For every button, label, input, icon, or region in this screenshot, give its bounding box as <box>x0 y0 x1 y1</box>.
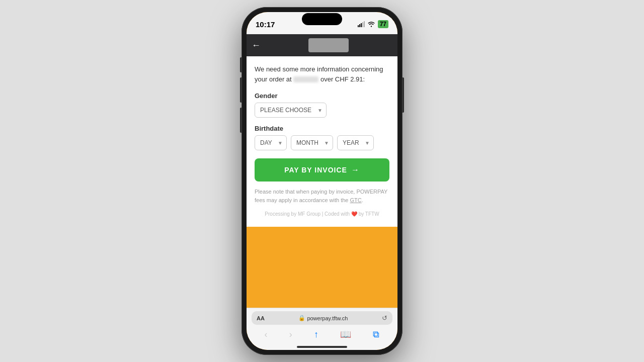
status-time: 10:17 <box>256 20 275 29</box>
power-button <box>403 77 404 113</box>
dynamic-island <box>302 13 342 25</box>
info-text-line1: We need some more information concerning <box>255 65 383 73</box>
footer-text: Processing by MF Group | Coded with ❤️ b… <box>255 211 389 219</box>
url-text-value: powerpay.tftw.ch <box>307 315 348 321</box>
svg-rect-1 <box>359 24 360 27</box>
phone-screen: 10:17 77 ← <box>247 12 397 350</box>
year-select[interactable]: YEAR <box>337 135 374 150</box>
page-content: We need some more information concerning… <box>247 56 397 308</box>
day-select[interactable]: DAY <box>255 135 287 150</box>
forward-nav-button[interactable]: › <box>289 329 292 340</box>
pay-by-invoice-button[interactable]: PAY BY INVOICE → <box>255 158 389 182</box>
share-button[interactable]: ↑ <box>314 329 318 340</box>
mute-button <box>240 57 242 72</box>
month-select[interactable]: MONTH <box>291 135 333 150</box>
lock-icon: 🔒 <box>298 315 305 321</box>
footer-by: by TFTW <box>359 211 379 217</box>
disclaimer-main: Please note that when paying by invoice,… <box>255 189 387 203</box>
orange-space <box>247 227 397 308</box>
month-select-wrapper: MONTH ▼ <box>291 135 333 150</box>
site-logo <box>308 38 349 52</box>
back-nav-button[interactable]: ‹ <box>265 329 268 340</box>
bottom-browser-bar: AA 🔒 powerpay.tftw.ch ↺ ‹ › ↑ 📖 ⧉ <box>247 308 397 343</box>
bottom-nav-icons: ‹ › ↑ 📖 ⧉ <box>252 329 392 340</box>
battery-icon: 77 <box>378 20 388 28</box>
pay-button-arrow: → <box>351 165 360 174</box>
birthdate-dropdowns: DAY ▼ MONTH ▼ YEAR <box>255 135 389 150</box>
volume-down-button <box>240 108 242 133</box>
merchant-name-blurred <box>293 76 318 82</box>
info-text-line3: over CHF 2.91: <box>320 75 365 83</box>
status-icons: 77 <box>358 20 388 28</box>
phone-frame: 10:17 77 ← <box>242 7 403 355</box>
gender-select[interactable]: PLEASE CHOOSE Male Female Other <box>255 103 327 118</box>
browser-back-button[interactable]: ← <box>252 40 261 51</box>
tabs-button[interactable]: ⧉ <box>373 329 379 340</box>
gender-select-wrapper: PLEASE CHOOSE Male Female Other ▼ <box>255 103 327 118</box>
gender-label: Gender <box>255 92 389 100</box>
disclaimer-end: . <box>362 197 363 203</box>
svg-rect-3 <box>362 22 363 27</box>
disclaimer-text: Please note that when paying by invoice,… <box>255 188 389 204</box>
year-select-wrapper: YEAR ▼ <box>337 135 374 150</box>
info-text-line2: your order at <box>255 75 292 83</box>
url-bar[interactable]: AA 🔒 powerpay.tftw.ch ↺ <box>252 311 392 325</box>
pay-button-label: PAY BY INVOICE <box>284 166 347 174</box>
volume-up-button <box>240 77 242 103</box>
wifi-icon <box>367 21 375 27</box>
birthdate-section: Birthdate DAY ▼ MONTH ▼ <box>255 125 389 150</box>
gtc-link[interactable]: GTC <box>350 197 362 203</box>
browser-chrome-top: ← <box>247 34 397 56</box>
bookmarks-button[interactable]: 📖 <box>340 329 351 340</box>
svg-rect-0 <box>358 25 359 27</box>
svg-rect-2 <box>361 23 362 27</box>
url-logo-area <box>265 38 392 52</box>
gender-section: Gender PLEASE CHOOSE Male Female Other ▼ <box>255 92 389 118</box>
heart-icon: ❤️ <box>351 211 357 217</box>
day-select-wrapper: DAY ▼ <box>255 135 287 150</box>
url-aa-button[interactable]: AA <box>257 315 265 321</box>
home-indicator <box>297 346 347 348</box>
reload-button[interactable]: ↺ <box>382 314 387 322</box>
signal-icon <box>358 21 365 27</box>
url-display: 🔒 powerpay.tftw.ch <box>298 315 348 321</box>
form-card: We need some more information concerning… <box>247 56 397 227</box>
svg-rect-4 <box>364 21 365 27</box>
home-bar <box>247 343 397 350</box>
footer-processing: Processing by MF Group | Coded with <box>265 211 350 217</box>
info-text: We need some more information concerning… <box>255 64 389 84</box>
birthdate-label: Birthdate <box>255 125 389 132</box>
